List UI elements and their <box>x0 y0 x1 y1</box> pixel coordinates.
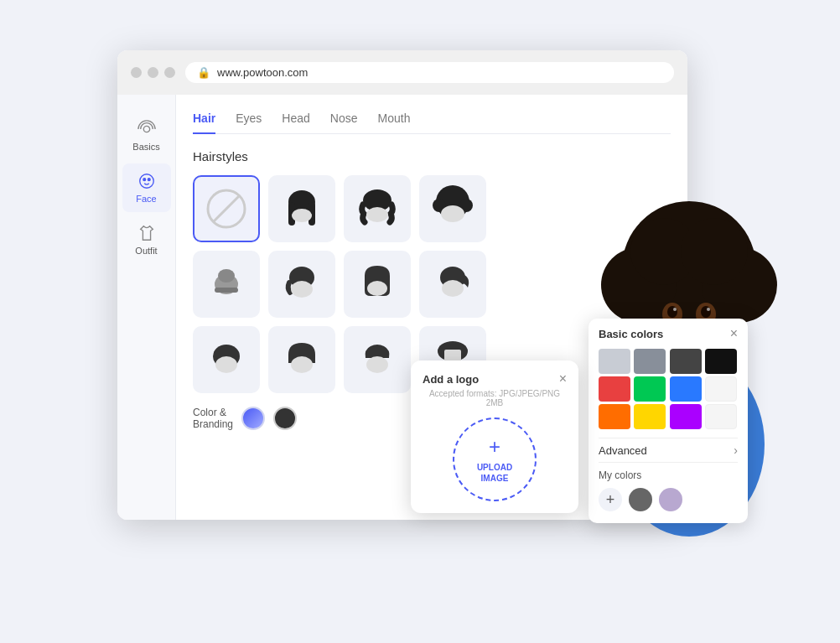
hair-item-6[interactable] <box>344 251 411 318</box>
color-branding-label: Color & Branding <box>193 407 233 430</box>
swatch-white2[interactable] <box>705 404 737 429</box>
panel-header: Basic colors × <box>599 327 738 340</box>
svg-point-23 <box>442 280 464 297</box>
swatch-lightgray[interactable] <box>599 349 630 374</box>
my-color-2[interactable] <box>659 488 682 511</box>
svg-point-38 <box>681 218 748 285</box>
swatch-black[interactable] <box>705 349 737 374</box>
svg-point-42 <box>701 306 711 318</box>
hair-item-8[interactable] <box>193 326 260 393</box>
sidebar: Basics Face Outfit <box>117 95 176 520</box>
svg-line-5 <box>213 195 240 222</box>
browser-dot-1 <box>131 67 142 78</box>
swatch-blue[interactable] <box>670 376 702 402</box>
svg-point-2 <box>143 179 145 181</box>
upload-label: UPLOAD IMAGE <box>477 462 512 484</box>
hairstyle-7-icon <box>428 259 478 309</box>
palette-color-circle[interactable] <box>241 407 265 430</box>
upload-logo-panel: Add a logo × Accepted formats: JPG/JPEG/… <box>411 360 578 513</box>
tab-nose[interactable]: Nose <box>330 111 358 133</box>
my-colors-row: + <box>599 488 738 511</box>
upload-panel-title: Add a logo <box>423 373 479 386</box>
sidebar-item-face[interactable]: Face <box>122 163 171 212</box>
upload-panel-close-button[interactable]: × <box>559 372 567 386</box>
sidebar-item-outfit[interactable]: Outfit <box>122 215 171 264</box>
tab-head[interactable]: Head <box>282 111 309 133</box>
basic-colors-panel: Basic colors × Advanced › My colors + <box>589 319 748 523</box>
upload-panel-header: Add a logo × <box>423 372 567 386</box>
hair-item-5[interactable] <box>268 251 335 318</box>
hairstyle-5-icon <box>277 259 327 309</box>
upload-subtitle: Accepted formats: JPG/JPEG/PNG 2MB <box>423 389 567 407</box>
svg-point-43 <box>673 308 677 311</box>
svg-point-9 <box>292 209 312 222</box>
url-text: www.powtoon.com <box>217 66 308 79</box>
svg-point-27 <box>366 356 388 373</box>
hairstyle-4-icon <box>201 259 251 309</box>
hair-item-none[interactable] <box>193 175 260 242</box>
fingerprint-icon <box>137 120 156 138</box>
lock-icon: 🔒 <box>197 66 210 79</box>
panel-title: Basic colors <box>599 328 663 340</box>
browser-dot-2 <box>148 67 158 78</box>
hairstyle-9-icon <box>277 334 327 385</box>
swatch-yellow[interactable] <box>634 404 666 429</box>
panel-close-button[interactable]: × <box>730 327 738 340</box>
svg-point-20 <box>291 281 313 298</box>
svg-point-15 <box>441 205 464 222</box>
svg-rect-17 <box>215 288 238 293</box>
outfit-label: Outfit <box>135 246 157 256</box>
hair-item-4[interactable] <box>193 251 260 318</box>
my-color-1[interactable] <box>629 488 652 511</box>
color-swatches-grid <box>599 349 738 429</box>
hairstyle-3-icon <box>428 184 478 234</box>
hair-item-3[interactable] <box>419 175 486 242</box>
svg-point-0 <box>143 126 149 132</box>
browser-dot-3 <box>164 67 175 78</box>
tab-eyes[interactable]: Eyes <box>236 111 262 133</box>
svg-point-18 <box>218 269 235 283</box>
hairstyle-6-icon <box>352 259 402 309</box>
svg-point-21 <box>367 281 387 296</box>
hairstyle-10-icon <box>352 334 402 385</box>
svg-point-11 <box>366 207 388 222</box>
svg-point-1 <box>139 174 153 189</box>
outfit-icon <box>137 224 156 242</box>
swatch-green[interactable] <box>634 376 666 402</box>
upload-area[interactable]: + UPLOAD IMAGE <box>453 417 537 501</box>
hair-item-10[interactable] <box>344 326 411 393</box>
browser-dots <box>131 67 175 78</box>
swatch-red[interactable] <box>599 376 630 402</box>
advanced-label: Advanced <box>599 444 647 457</box>
swatch-darkgray[interactable] <box>670 349 702 374</box>
tab-hair[interactable]: Hair <box>193 111 215 133</box>
face-label: Face <box>136 194 156 204</box>
my-colors-title: My colors <box>599 469 738 481</box>
tab-mouth[interactable]: Mouth <box>378 111 411 133</box>
swatch-purple[interactable] <box>670 404 702 429</box>
svg-point-26 <box>291 356 313 373</box>
svg-point-41 <box>667 306 677 318</box>
advanced-row[interactable]: Advanced › <box>599 438 738 463</box>
hair-item-9[interactable] <box>268 326 335 393</box>
no-hair-icon <box>201 184 251 234</box>
hairstyle-8-icon <box>201 334 251 385</box>
swatch-white[interactable] <box>705 376 737 402</box>
face-icon <box>137 172 156 190</box>
swatch-orange[interactable] <box>599 404 630 429</box>
svg-point-3 <box>148 179 150 181</box>
hairstyle-1-icon <box>277 184 327 234</box>
hair-item-1[interactable] <box>268 175 335 242</box>
hair-item-2[interactable] <box>344 175 411 242</box>
svg-point-44 <box>707 308 710 311</box>
swatch-gray[interactable] <box>634 349 666 374</box>
add-color-button[interactable]: + <box>599 488 622 511</box>
sidebar-item-basics[interactable]: Basics <box>122 111 171 160</box>
svg-point-25 <box>215 356 237 373</box>
basics-label: Basics <box>132 142 159 152</box>
chevron-down-icon: › <box>734 443 738 457</box>
hairstyle-2-icon <box>352 184 402 234</box>
upload-plus-icon: + <box>489 435 500 459</box>
dark-color-circle[interactable] <box>273 407 297 430</box>
hair-item-7[interactable] <box>419 251 486 318</box>
